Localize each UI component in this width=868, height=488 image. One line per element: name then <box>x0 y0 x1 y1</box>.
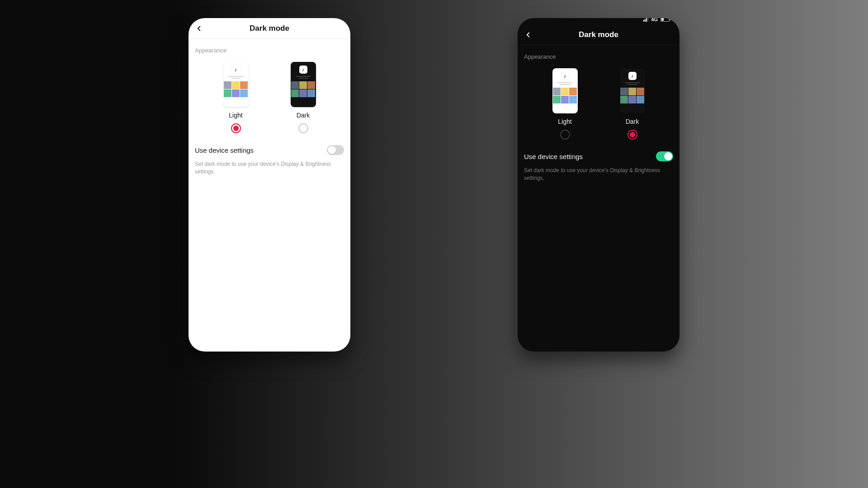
use-device-toggle[interactable] <box>327 145 344 155</box>
preview-light: ♪ <box>552 68 578 113</box>
phone-dark: 4G Dark mode Appearance ♪ Light ♪ Dark <box>518 18 679 352</box>
option-label: Dark <box>297 112 310 119</box>
option-light[interactable]: ♪ Light <box>552 68 578 140</box>
section-label: Appearance <box>189 39 350 57</box>
chevron-left-icon <box>195 24 203 33</box>
preview-dark: ♪ <box>620 68 645 113</box>
use-device-toggle[interactable] <box>656 151 673 161</box>
option-light[interactable]: ♪ Light <box>223 62 249 133</box>
preview-grid <box>224 81 248 97</box>
back-button[interactable] <box>191 21 207 36</box>
use-device-row: Use device settings <box>518 140 679 164</box>
option-dark[interactable]: ♪ Dark <box>291 62 316 133</box>
use-device-row: Use device settings <box>189 133 350 158</box>
preview-lines <box>296 76 311 79</box>
radio-dark[interactable] <box>298 123 308 133</box>
header: Dark mode <box>189 18 350 39</box>
back-button[interactable] <box>520 27 536 42</box>
preview-lines <box>228 76 244 79</box>
chevron-left-icon <box>524 31 532 39</box>
preview-lines <box>625 82 640 85</box>
use-device-label: Use device settings <box>195 146 254 154</box>
option-label: Dark <box>626 118 639 125</box>
tiktok-icon: ♪ <box>299 66 307 74</box>
use-device-hint: Set dark mode to use your device's Displ… <box>518 164 679 185</box>
tiktok-icon: ♪ <box>628 72 637 80</box>
phone-light: Dark mode Appearance ♪ Light ♪ Dark Use … <box>189 18 350 352</box>
radio-light[interactable] <box>560 130 570 140</box>
radio-dark[interactable] <box>627 130 637 140</box>
preview-light: ♪ <box>223 62 249 107</box>
tiktok-icon: ♪ <box>232 66 240 74</box>
option-label: Light <box>558 118 571 125</box>
appearance-options: ♪ Light ♪ Dark <box>518 64 679 140</box>
header: Dark mode <box>518 18 679 45</box>
option-label: Light <box>229 112 242 119</box>
preview-grid <box>620 88 644 103</box>
page-title: Dark mode <box>579 30 618 39</box>
preview-grid <box>291 81 315 97</box>
use-device-hint: Set dark mode to use your device's Displ… <box>189 158 350 178</box>
option-dark[interactable]: ♪ Dark <box>620 68 645 140</box>
section-label: Appearance <box>518 45 679 64</box>
use-device-label: Use device settings <box>524 153 583 160</box>
preview-dark: ♪ <box>291 62 316 107</box>
preview-grid <box>553 88 577 103</box>
page-title: Dark mode <box>250 24 289 33</box>
radio-light[interactable] <box>231 123 241 133</box>
preview-lines <box>557 82 573 85</box>
tiktok-icon: ♪ <box>561 72 569 80</box>
appearance-options: ♪ Light ♪ Dark <box>189 57 350 133</box>
